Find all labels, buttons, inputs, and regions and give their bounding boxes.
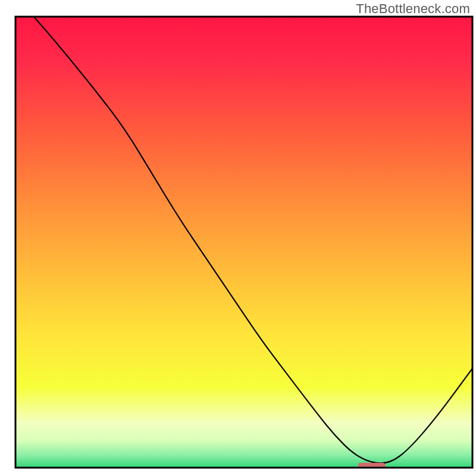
watermark-text: TheBottleneck.com [356,1,470,17]
chart-svg [0,0,476,476]
chart-container: TheBottleneck.com [0,0,476,476]
plot-background [15,17,472,468]
